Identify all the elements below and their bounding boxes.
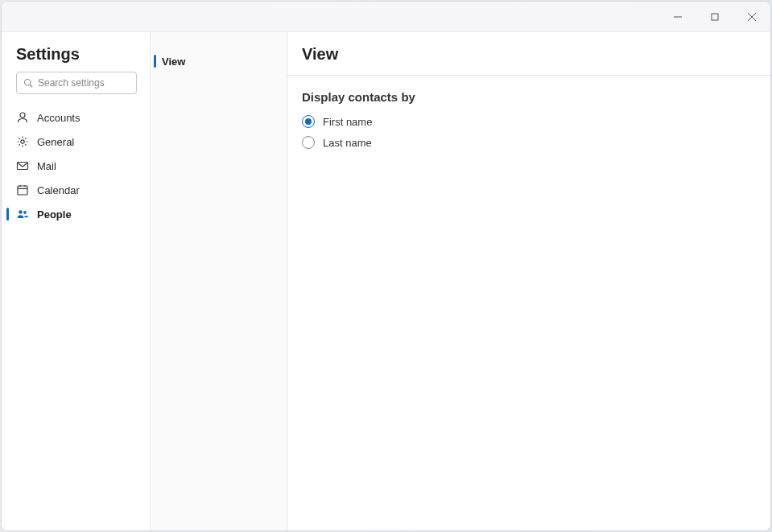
search-box[interactable] <box>16 72 137 94</box>
svg-point-13 <box>19 210 23 214</box>
svg-point-7 <box>21 140 24 143</box>
svg-line-5 <box>30 85 32 87</box>
radio-icon <box>302 115 315 128</box>
calendar-icon <box>16 184 29 196</box>
svg-point-6 <box>20 113 25 118</box>
nav-item-mail[interactable]: Mail <box>2 154 150 178</box>
sidebar-settings: Settings Accounts Gene <box>2 32 151 530</box>
nav-item-label: Accounts <box>37 112 80 124</box>
svg-rect-9 <box>18 186 27 195</box>
close-button[interactable] <box>733 2 770 31</box>
section-title: Display contacts by <box>302 90 756 104</box>
subnav-item-view[interactable]: View <box>151 50 287 72</box>
nav-item-people[interactable]: People <box>2 202 150 226</box>
nav-item-accounts[interactable]: Accounts <box>2 105 150 130</box>
sidebar-subnav: View <box>151 32 287 530</box>
nav-item-label: Calendar <box>37 184 80 196</box>
radio-label: Last name <box>323 137 372 149</box>
nav-item-label: Mail <box>37 160 56 172</box>
content-area: Settings Accounts Gene <box>2 32 770 530</box>
subnav-item-label: View <box>162 56 185 68</box>
settings-nav: Accounts General Mail <box>2 102 150 229</box>
maximize-button[interactable] <box>696 2 733 31</box>
mail-icon <box>16 159 29 172</box>
person-icon <box>16 111 29 124</box>
settings-title: Settings <box>2 32 150 72</box>
gear-icon <box>16 135 29 148</box>
nav-item-label: People <box>37 208 72 221</box>
people-icon <box>16 208 29 221</box>
close-icon <box>748 13 756 21</box>
nav-item-general[interactable]: General <box>2 130 150 154</box>
maximize-icon <box>711 13 719 21</box>
page-title: View <box>302 45 756 64</box>
nav-item-calendar[interactable]: Calendar <box>2 178 150 202</box>
search-container <box>2 72 150 102</box>
main-body: Display contacts by First name Last name <box>287 76 770 171</box>
window-controls <box>659 2 770 31</box>
svg-rect-1 <box>712 14 718 20</box>
search-icon <box>23 78 33 88</box>
minimize-icon <box>674 13 682 21</box>
settings-window: Settings Accounts Gene <box>2 2 770 530</box>
minimize-button[interactable] <box>659 2 696 31</box>
svg-point-14 <box>23 211 27 214</box>
svg-point-4 <box>25 80 31 86</box>
titlebar <box>2 2 770 32</box>
radio-label: First name <box>323 116 372 128</box>
main-panel: View Display contacts by First name Last… <box>287 32 770 530</box>
radio-icon <box>302 136 315 149</box>
radio-last-name[interactable]: Last name <box>302 136 756 149</box>
main-header: View <box>287 32 770 76</box>
radio-first-name[interactable]: First name <box>302 115 756 128</box>
nav-item-label: General <box>37 136 74 148</box>
search-input[interactable] <box>38 77 130 89</box>
